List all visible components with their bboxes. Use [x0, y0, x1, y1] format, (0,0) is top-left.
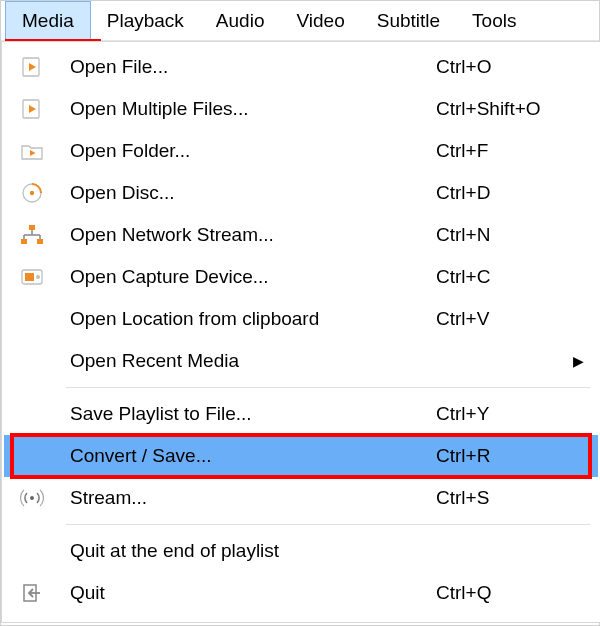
menu-item-label: Save Playlist to File...: [54, 403, 436, 425]
menu-item-shortcut: Ctrl+N: [436, 224, 586, 246]
menubar-item-video[interactable]: Video: [280, 1, 360, 40]
file-play-icon: [10, 56, 54, 78]
menu-item-label: Open Location from clipboard: [54, 308, 436, 330]
menu-item-label: Open Capture Device...: [54, 266, 436, 288]
menubar-item-media[interactable]: Media: [5, 1, 91, 40]
menubar-label: Media: [22, 10, 74, 32]
menu-item-label: Quit at the end of playlist: [54, 540, 436, 562]
menubar-item-tools[interactable]: Tools: [456, 1, 532, 40]
menubar-label: Video: [296, 10, 344, 32]
media-dropdown: Open File...Ctrl+OOpen Multiple Files...…: [1, 41, 600, 623]
menubar-item-audio[interactable]: Audio: [200, 1, 281, 40]
application-window: Media Playback Audio Video Subtitle Tool…: [0, 0, 600, 626]
menubar: Media Playback Audio Video Subtitle Tool…: [1, 1, 599, 41]
menu-item-open-network-stream[interactable]: Open Network Stream...Ctrl+N: [4, 214, 598, 256]
submenu-arrow-icon: ▶: [573, 353, 584, 369]
menu-item-open-capture-device[interactable]: Open Capture Device...Ctrl+C: [4, 256, 598, 298]
menu-item-label: Stream...: [54, 487, 436, 509]
menubar-item-subtitle[interactable]: Subtitle: [361, 1, 456, 40]
menu-item-shortcut: Ctrl+V: [436, 308, 586, 330]
menubar-label: Tools: [472, 10, 516, 32]
menu-item-open-disc[interactable]: Open Disc...Ctrl+D: [4, 172, 598, 214]
stream-icon: [10, 487, 54, 509]
menu-item-label: Open Network Stream...: [54, 224, 436, 246]
menu-item-open-recent-media[interactable]: Open Recent Media▶: [4, 340, 598, 382]
menu-item-open-multiple-files[interactable]: Open Multiple Files...Ctrl+Shift+O: [4, 88, 598, 130]
menu-item-shortcut: Ctrl+F: [436, 140, 586, 162]
menu-item-shortcut: Ctrl+S: [436, 487, 586, 509]
menu-item-label: Open File...: [54, 56, 436, 78]
file-play-icon: [10, 98, 54, 120]
menubar-label: Subtitle: [377, 10, 440, 32]
menu-item-save-playlist-to-file[interactable]: Save Playlist to File...Ctrl+Y: [4, 393, 598, 435]
menu-item-shortcut: Ctrl+Y: [436, 403, 586, 425]
menu-item-quit-at-the-end-of-playlist[interactable]: Quit at the end of playlist: [4, 530, 598, 572]
menu-item-label: Convert / Save...: [54, 445, 436, 467]
menu-item-label: Quit: [54, 582, 436, 604]
disc-icon: [10, 182, 54, 204]
menu-item-label: Open Recent Media: [54, 350, 436, 372]
network-icon: [10, 224, 54, 246]
menu-item-shortcut: Ctrl+D: [436, 182, 586, 204]
menu-item-label: Open Multiple Files...: [54, 98, 436, 120]
menubar-label: Audio: [216, 10, 265, 32]
menu-item-shortcut: Ctrl+Q: [436, 582, 586, 604]
menu-item-open-folder[interactable]: Open Folder...Ctrl+F: [4, 130, 598, 172]
folder-play-icon: [10, 140, 54, 162]
menu-item-label: Open Disc...: [54, 182, 436, 204]
menu-item-stream[interactable]: Stream...Ctrl+S: [4, 477, 598, 519]
quit-icon: [10, 582, 54, 604]
menu-item-shortcut: Ctrl+O: [436, 56, 586, 78]
menubar-label: Playback: [107, 10, 184, 32]
menu-separator: [66, 524, 590, 525]
menubar-item-playback[interactable]: Playback: [91, 1, 200, 40]
menu-item-quit[interactable]: QuitCtrl+Q: [4, 572, 598, 614]
menu-separator: [66, 387, 590, 388]
menu-item-shortcut: Ctrl+Shift+O: [436, 98, 586, 120]
capture-icon: [10, 266, 54, 288]
menu-item-shortcut: Ctrl+R: [436, 445, 586, 467]
menu-item-open-file[interactable]: Open File...Ctrl+O: [4, 46, 598, 88]
menu-item-shortcut: Ctrl+C: [436, 266, 586, 288]
menu-item-label: Open Folder...: [54, 140, 436, 162]
menu-item-open-location-from-clipboard[interactable]: Open Location from clipboardCtrl+V: [4, 298, 598, 340]
menu-item-convert-save[interactable]: Convert / Save...Ctrl+R: [4, 435, 598, 477]
